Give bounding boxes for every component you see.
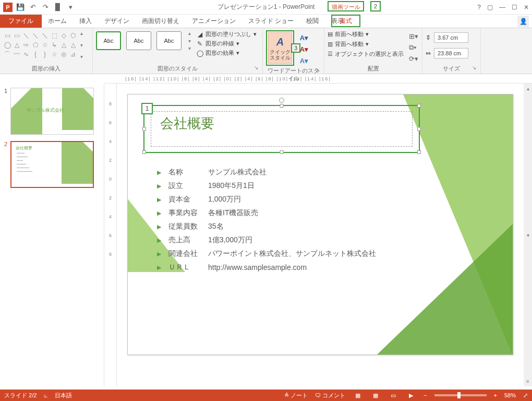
- vertical-scrollbar[interactable]: ▴▾≡: [524, 84, 532, 386]
- shape-effects-button[interactable]: ◯図形の効果▾: [196, 49, 257, 57]
- annotation-callout-2: 2: [370, 1, 381, 11]
- file-tab[interactable]: ファイル: [0, 15, 42, 28]
- group-button[interactable]: ⧉▾: [409, 43, 418, 52]
- title-textbox-selected[interactable]: 1 会社概要: [143, 105, 420, 153]
- list-item: ▶売上高1億3,000万円: [157, 235, 376, 245]
- text-effects-button[interactable]: A▾: [298, 56, 310, 65]
- thumb-title: サンプル株式会社: [27, 107, 64, 114]
- resize-handle[interactable]: [417, 127, 421, 131]
- resize-handle[interactable]: [142, 127, 146, 131]
- shape-style-more[interactable]: ▴▾▾: [187, 30, 191, 51]
- align-button[interactable]: ⊞▾: [409, 32, 418, 40]
- ribbon-group-wordart: 3 A クイック スタイル A▾ A▾ A▾ ワードアートのスタイル↘: [263, 28, 324, 74]
- bullet-icon: ▶: [157, 223, 161, 230]
- shape-style-1[interactable]: Abc: [96, 31, 121, 50]
- send-backward-button[interactable]: ▥背面へ移動▾: [328, 40, 404, 48]
- bullet-icon: ▶: [157, 210, 161, 217]
- canvas-area: 864202468 1 会社概要: [104, 84, 532, 386]
- shape-fill-button[interactable]: ◢図形の塗りつぶし▾: [196, 30, 257, 38]
- tab-home[interactable]: ホーム: [42, 15, 73, 28]
- bullet-icon: ▶: [157, 169, 161, 176]
- slide-title-text[interactable]: 会社概要: [160, 114, 214, 133]
- close-icon[interactable]: ✕: [524, 4, 529, 11]
- thumb-number: 1: [4, 88, 7, 135]
- shapes-gallery-more[interactable]: ▴▾▾: [79, 30, 83, 60]
- tab-design[interactable]: デザイン: [98, 15, 136, 28]
- tab-insert[interactable]: 挿入: [73, 15, 98, 28]
- dialog-launcher-icon[interactable]: ↘: [472, 65, 476, 70]
- tab-review[interactable]: 校閲: [300, 15, 325, 28]
- shape-outline-button[interactable]: ✎図形の枠線▾: [196, 40, 257, 48]
- bucket-icon: ◢: [196, 31, 203, 38]
- window-title: プレゼンテーション1 - PowerPoint: [217, 3, 315, 11]
- save-icon[interactable]: 💾: [16, 3, 25, 12]
- shape-height-input[interactable]: 3.67 cm: [434, 32, 468, 43]
- zoom-slider[interactable]: [434, 394, 487, 396]
- slide: 1 会社概要 ▶名称サンプル株式会社 ▶設立1980年5月1日: [127, 94, 513, 355]
- sorter-view-icon[interactable]: ▦: [370, 391, 381, 399]
- comments-button[interactable]: 🗨 コメント: [315, 392, 345, 399]
- normal-view-icon[interactable]: ▦: [353, 391, 363, 399]
- tab-format[interactable]: 書式: [331, 15, 360, 27]
- bring-forward-button[interactable]: ▤前面へ移動▾: [328, 30, 404, 38]
- resize-handle[interactable]: [142, 150, 146, 154]
- text-fill-button[interactable]: A▾: [298, 33, 310, 42]
- drawing-tools-contextual-tab[interactable]: 描画ツール: [328, 1, 364, 11]
- wordart-quick-styles-button[interactable]: A クイック スタイル: [268, 32, 292, 64]
- zoom-out-button[interactable]: −: [424, 392, 427, 398]
- resize-handle[interactable]: [280, 150, 284, 154]
- ribbon-group-arrange: ▤前面へ移動▾ ▥背面へ移動▾ ☰オブジェクトの選択と表示 ⊞▾ ⧉▾ ⟳▾ 配…: [324, 28, 422, 74]
- height-icon: ⇕: [426, 34, 431, 41]
- reading-view-icon[interactable]: ▭: [388, 391, 398, 399]
- notes-button[interactable]: ≙ ノート: [284, 392, 308, 399]
- shape-width-input[interactable]: 23.88 cm: [434, 48, 468, 58]
- bullet-icon: ▶: [157, 264, 161, 271]
- app-icon: P: [3, 3, 13, 12]
- dialog-launcher-icon[interactable]: ↘: [316, 67, 320, 73]
- slide-thumbnail-1[interactable]: サンプル株式会社: [10, 88, 94, 135]
- language-indicator[interactable]: 日本語: [55, 392, 72, 399]
- ribbon-display-options-icon[interactable]: ▢: [487, 4, 493, 11]
- undo-icon[interactable]: ↶: [28, 3, 38, 12]
- zoom-in-button[interactable]: +: [494, 392, 497, 398]
- quick-styles-highlight: 3 A クイック スタイル: [266, 30, 294, 66]
- tab-transitions[interactable]: 画面切り替え: [136, 15, 186, 28]
- slideshow-view-icon[interactable]: ▶: [406, 391, 416, 399]
- shape-style-2[interactable]: Abc: [126, 31, 151, 50]
- fit-to-window-icon[interactable]: ⤢: [523, 392, 528, 399]
- rotate-button[interactable]: ⟳▾: [409, 55, 418, 63]
- shape-style-3[interactable]: Abc: [156, 31, 182, 50]
- slide-thumbnail-2[interactable]: 会社概要 ━━━━━━━━━━━━━━━━━━━━━━━━━━━━━━━━━━━…: [10, 141, 94, 188]
- resize-handle[interactable]: [417, 104, 421, 108]
- resize-handle[interactable]: [280, 104, 284, 108]
- selection-pane-button[interactable]: ☰オブジェクトの選択と表示: [328, 50, 404, 58]
- qat-more-icon[interactable]: ▾: [66, 3, 75, 12]
- maximize-icon[interactable]: ☐: [512, 4, 517, 11]
- bring-forward-icon: ▤: [328, 31, 333, 38]
- dialog-launcher-icon[interactable]: ↘: [254, 65, 258, 70]
- list-item: ▶設立1980年5月1日: [157, 181, 376, 191]
- shape-style-gallery[interactable]: Abc Abc Abc ▴▾▾: [96, 30, 191, 51]
- redo-icon[interactable]: ↷: [41, 3, 50, 12]
- minimize-icon[interactable]: —: [499, 4, 505, 11]
- spellcheck-icon[interactable]: ⎁: [44, 392, 47, 398]
- account-avatar[interactable]: 👤: [517, 16, 529, 27]
- slide-indicator[interactable]: スライド 2/2: [4, 392, 37, 399]
- tab-animations[interactable]: アニメーション: [186, 15, 242, 28]
- bullet-icon: ▶: [157, 237, 161, 244]
- slide-thumbnails-pane[interactable]: 1 サンプル株式会社 2 会社概要 ━━━━━━━━━━━━━━━━━━━━━━…: [0, 84, 104, 386]
- start-slideshow-icon[interactable]: ▉: [53, 3, 63, 12]
- shapes-gallery[interactable]: ▭▭＼＼＼⬚◇⬡ ◯△⇨⬠☆↳△△ ⌒〰∿{}☆◎⊿: [3, 30, 77, 58]
- tab-slideshow[interactable]: スライド ショー: [242, 15, 300, 28]
- resize-handle[interactable]: [417, 150, 421, 154]
- ribbon-group-label: ワードアートのスタイル↘: [266, 66, 321, 84]
- vertical-ruler[interactable]: 864202468: [104, 84, 117, 386]
- zoom-percent[interactable]: 58%: [504, 392, 516, 398]
- title-bar: P 💾 ↶ ↷ ▉ ▾ プレゼンテーション1 - PowerPoint 描画ツー…: [0, 0, 532, 15]
- rotate-handle[interactable]: [279, 98, 284, 103]
- help-icon[interactable]: ?: [477, 4, 481, 11]
- slide-canvas[interactable]: 1 会社概要 ▶名称サンプル株式会社 ▶設立1980年5月1日: [117, 84, 532, 386]
- slide-body-list[interactable]: ▶名称サンプル株式会社 ▶設立1980年5月1日 ▶資本金1,000万円 ▶事業…: [157, 168, 376, 276]
- main-area: 1 サンプル株式会社 2 会社概要 ━━━━━━━━━━━━━━━━━━━━━━…: [0, 84, 532, 386]
- send-backward-icon: ▥: [328, 41, 333, 48]
